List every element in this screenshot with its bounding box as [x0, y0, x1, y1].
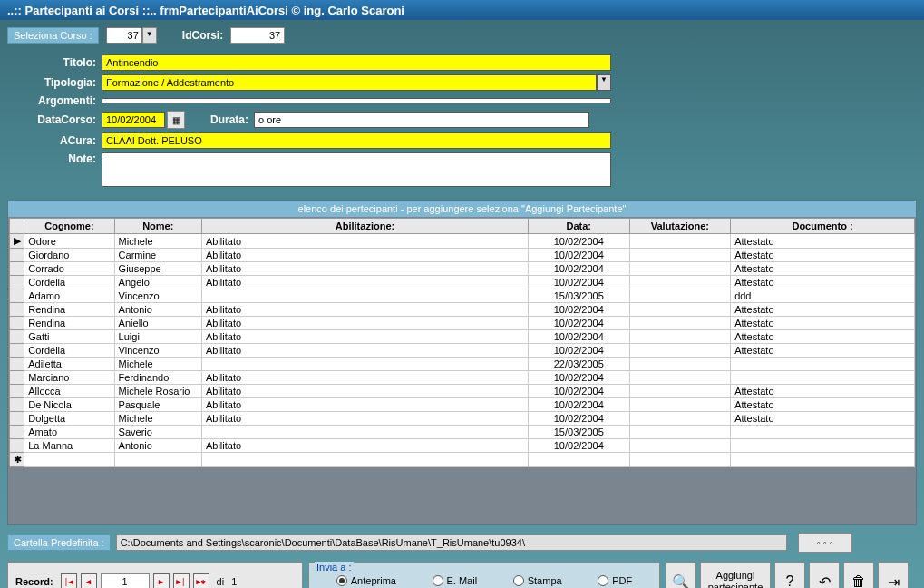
table-row[interactable]: AdamoVincenzo15/03/2005ddd: [10, 289, 915, 303]
cell-valutazione[interactable]: [629, 234, 731, 249]
table-row[interactable]: DolgettaMicheleAbilitato10/02/2004Attest…: [10, 412, 915, 426]
titolo-field[interactable]: Antincendio: [102, 54, 611, 71]
cell-data[interactable]: 10/02/2004: [529, 344, 630, 358]
cell-cognome[interactable]: Dolgetta: [24, 412, 114, 426]
row-selector[interactable]: [10, 289, 24, 303]
row-selector[interactable]: [10, 303, 24, 317]
path-field[interactable]: C:\Documents and Settings\scaronic\Docum…: [116, 534, 787, 551]
nav-first-button[interactable]: |◀: [61, 573, 77, 588]
exit-button[interactable]: ⇥: [878, 562, 909, 588]
seleziona-corso-dropdown[interactable]: ▼: [142, 27, 157, 44]
col-valutazione-header[interactable]: Valutazione:: [629, 219, 731, 234]
cell-cognome[interactable]: Gatti: [24, 330, 114, 344]
cell-data[interactable]: 10/02/2004: [529, 398, 630, 412]
cell-abilitazione[interactable]: Abilitato: [201, 398, 528, 412]
table-row[interactable]: CorradoGiuseppeAbilitato10/02/2004Attest…: [10, 262, 915, 276]
cell-valutazione[interactable]: [629, 398, 731, 412]
cell-abilitazione[interactable]: Abilitato: [201, 262, 528, 276]
cell-abilitazione[interactable]: Abilitato: [201, 371, 528, 385]
cell-data[interactable]: 10/02/2004: [529, 303, 630, 317]
tipologia-dropdown[interactable]: ▼: [597, 74, 611, 91]
cell-documento[interactable]: Attestato: [731, 385, 915, 398]
cell-cognome[interactable]: Marciano: [24, 371, 114, 385]
cell-valutazione[interactable]: [629, 426, 731, 439]
nav-prev-button[interactable]: ◀: [81, 573, 97, 588]
cell-data[interactable]: 15/03/2005: [529, 426, 630, 439]
cell-abilitazione[interactable]: Abilitato: [201, 249, 528, 262]
cell-nome[interactable]: Vincenzo: [114, 289, 201, 303]
col-cognome-header[interactable]: Cognome:: [24, 219, 114, 234]
cell-valutazione[interactable]: [629, 344, 731, 358]
cell-cognome[interactable]: Cordella: [24, 344, 114, 358]
row-selector[interactable]: ▶: [10, 234, 24, 249]
acura-field[interactable]: CLAAI Dott. PELUSO: [102, 132, 611, 149]
cell-documento[interactable]: Attestato: [731, 344, 915, 358]
new-row[interactable]: ✱: [10, 453, 915, 467]
row-selector[interactable]: [10, 371, 24, 385]
record-number-input[interactable]: [101, 573, 150, 588]
row-selector[interactable]: [10, 249, 24, 262]
row-selector[interactable]: [10, 276, 24, 289]
invia-option-stampa[interactable]: Stampa: [513, 575, 562, 586]
cell-nome[interactable]: Antonio: [114, 303, 201, 317]
cell-data[interactable]: 15/03/2005: [529, 289, 630, 303]
add-participant-button[interactable]: Aggiungi partecipante: [700, 562, 771, 588]
cell-nome[interactable]: Angelo: [114, 276, 201, 289]
cell-cognome[interactable]: Rendina: [24, 303, 114, 317]
help-button[interactable]: ?: [774, 562, 805, 588]
preview-button[interactable]: 🔍: [666, 562, 696, 588]
cell-cognome[interactable]: Adiletta: [24, 358, 114, 371]
cell-valutazione[interactable]: [629, 371, 731, 385]
cell-abilitazione[interactable]: Abilitato: [201, 385, 528, 398]
cell-cognome[interactable]: Allocca: [24, 385, 114, 398]
cell-nome[interactable]: Carmine: [114, 249, 201, 262]
cell-documento[interactable]: ddd: [731, 289, 915, 303]
col-abilitazione-header[interactable]: Abilitazione:: [201, 219, 528, 234]
nav-next-button[interactable]: ▶: [153, 573, 170, 588]
nav-new-button[interactable]: ▶✱: [193, 573, 209, 588]
cell-cognome[interactable]: Odore: [24, 234, 114, 249]
cell-valutazione[interactable]: [629, 289, 731, 303]
cell-valutazione[interactable]: [629, 303, 731, 317]
cell-cognome[interactable]: La Manna: [24, 439, 114, 453]
cell-documento[interactable]: [731, 426, 915, 439]
cell-data[interactable]: 10/02/2004: [529, 249, 630, 262]
col-data-header[interactable]: Data:: [529, 219, 630, 234]
cell-cognome[interactable]: Amato: [24, 426, 114, 439]
cell-cognome[interactable]: Cordella: [24, 276, 114, 289]
cell-data[interactable]: 10/02/2004: [529, 412, 630, 426]
cell-data[interactable]: 10/02/2004: [529, 276, 630, 289]
row-selector[interactable]: [10, 358, 24, 371]
cell-documento[interactable]: Attestato: [731, 317, 915, 330]
cell-valutazione[interactable]: [629, 249, 731, 262]
cell-documento[interactable]: [731, 439, 915, 453]
table-row[interactable]: RendinaAnielloAbilitato10/02/2004Attesta…: [10, 317, 915, 330]
table-row[interactable]: ▶OdoreMicheleAbilitato10/02/2004Attestat…: [10, 234, 915, 249]
cell-abilitazione[interactable]: [201, 426, 528, 439]
cell-abilitazione[interactable]: Abilitato: [201, 344, 528, 358]
cell-nome[interactable]: Michele: [114, 412, 201, 426]
cell-nome[interactable]: Michele: [114, 358, 201, 371]
cell-cognome[interactable]: Rendina: [24, 317, 114, 330]
argomenti-field[interactable]: [102, 98, 611, 103]
cell-abilitazione[interactable]: Abilitato: [201, 439, 528, 453]
row-selector[interactable]: [10, 439, 24, 453]
table-row[interactable]: GattiLuigiAbilitato10/02/2004Attestato: [10, 330, 915, 344]
cell-valutazione[interactable]: [629, 317, 731, 330]
cell-valutazione[interactable]: [629, 276, 731, 289]
cell-cognome[interactable]: De Nicola: [24, 398, 114, 412]
invia-option-pdf[interactable]: PDF: [598, 575, 632, 586]
cell-data[interactable]: 10/02/2004: [529, 330, 630, 344]
cell-documento[interactable]: Attestato: [731, 330, 915, 344]
cell-documento[interactable]: Attestato: [731, 412, 915, 426]
row-selector[interactable]: [10, 330, 24, 344]
cell-data[interactable]: 10/02/2004: [529, 317, 630, 330]
cell-documento[interactable]: [731, 358, 915, 371]
cell-documento[interactable]: Attestato: [731, 398, 915, 412]
datacorso-field[interactable]: 10/02/2004: [102, 112, 165, 128]
table-row[interactable]: AdilettaMichele22/03/2005: [10, 358, 915, 371]
invia-option-e-mail[interactable]: E. Mail: [433, 575, 478, 586]
cell-cognome[interactable]: Adamo: [24, 289, 114, 303]
cell-nome[interactable]: Michele Rosario: [114, 385, 201, 398]
cell-cognome[interactable]: Corrado: [24, 262, 114, 276]
